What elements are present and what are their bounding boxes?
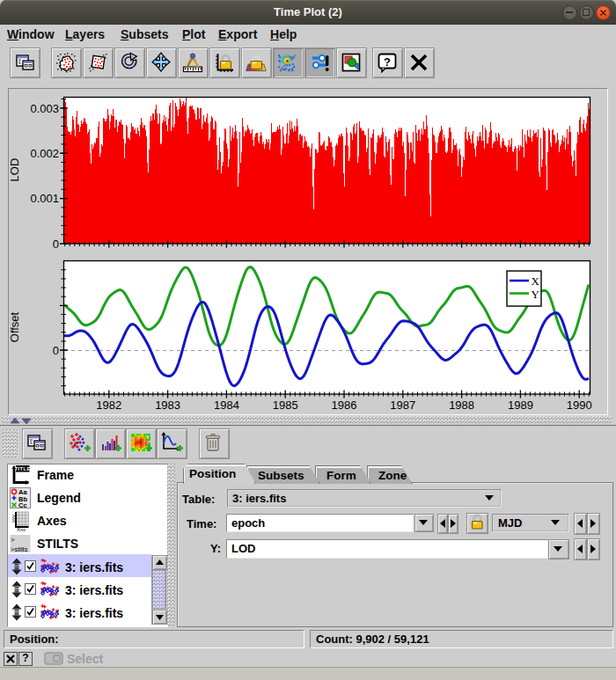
svg-text:?: ?: [384, 55, 391, 69]
svg-text:1989: 1989: [508, 398, 533, 412]
svg-text:1982: 1982: [96, 398, 121, 412]
svg-text:0.002: 0.002: [30, 147, 59, 160]
svg-text:1985: 1985: [273, 398, 298, 412]
svg-text:1986: 1986: [332, 398, 357, 412]
svg-text:1987: 1987: [390, 398, 415, 412]
svg-text:1983: 1983: [155, 398, 180, 412]
svg-text:X: X: [532, 274, 540, 288]
svg-text:TITLE: TITLE: [15, 466, 31, 472]
svg-text:1990: 1990: [567, 398, 592, 412]
svg-text:>: >: [11, 536, 15, 544]
svg-text:1988: 1988: [449, 398, 474, 412]
svg-text:0: 0: [53, 344, 59, 357]
svg-text:yyy: yyy: [11, 515, 16, 523]
svg-text:>stilts: >stilts: [11, 545, 28, 553]
svg-text:LOD: LOD: [8, 158, 21, 182]
svg-text:Offset: Offset: [8, 311, 21, 342]
svg-text:Xxx: Xxx: [17, 527, 26, 531]
svg-text:0: 0: [53, 238, 59, 251]
svg-text:Y: Y: [532, 288, 540, 301]
svg-text:0.001: 0.001: [30, 192, 59, 205]
svg-text:1984: 1984: [214, 398, 239, 412]
svg-text:Cc: Cc: [18, 501, 27, 508]
svg-text:0.003: 0.003: [30, 102, 59, 115]
